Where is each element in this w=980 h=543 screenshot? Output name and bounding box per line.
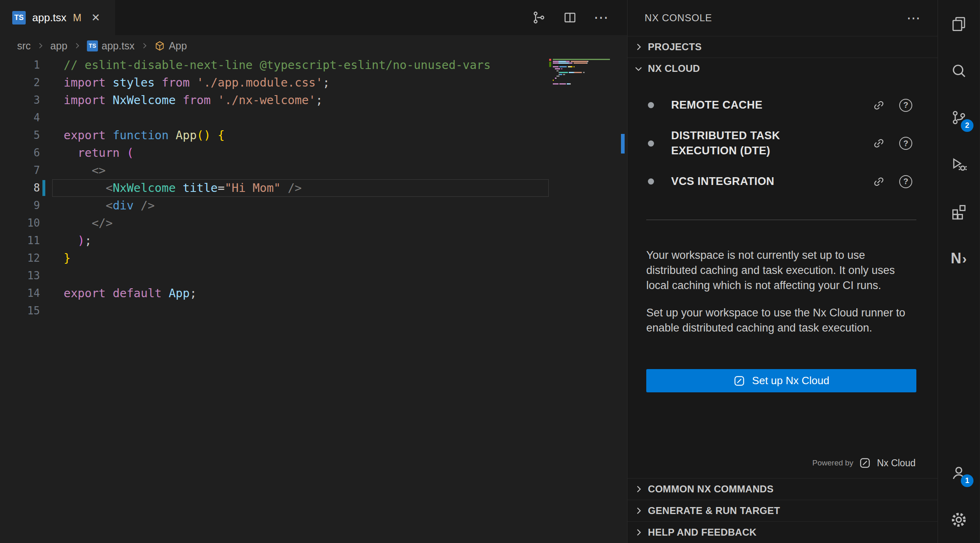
search-icon[interactable] — [938, 47, 980, 94]
help-icon[interactable]: ? — [899, 175, 912, 188]
line-number: 14 — [0, 285, 40, 302]
code-line[interactable]: 12} — [0, 249, 627, 267]
extensions-icon[interactable] — [938, 188, 980, 235]
code-line[interactable]: 5export function App() { — [0, 127, 627, 144]
minimap[interactable] — [553, 59, 615, 87]
code-line[interactable]: 14export default App; — [0, 285, 627, 302]
panel-more-icon[interactable]: ⋯ — [907, 11, 920, 25]
status-dot-icon — [648, 140, 654, 147]
code-line[interactable]: 1// eslint-disable-next-line @typescript… — [0, 56, 627, 74]
tab-app-tsx[interactable]: TS app.tsx M ✕ — [0, 0, 115, 35]
powered-by-brand: Nx Cloud — [877, 458, 916, 469]
line-number: 9 — [0, 197, 40, 214]
setup-nx-cloud-button[interactable]: Set up Nx Cloud — [646, 369, 916, 392]
cloud-item-actions: ? — [872, 137, 912, 150]
code-line[interactable]: 2import styles from './app.module.css'; — [0, 74, 627, 91]
account-icon[interactable]: 1 — [938, 449, 980, 496]
line-number: 7 — [0, 162, 40, 179]
connect-icon[interactable] — [872, 175, 885, 188]
chevron-right-icon — [633, 42, 644, 52]
code-line[interactable]: 9 <div /> — [0, 197, 627, 214]
nx-console-panel: NX CONSOLE ⋯ PROJECTS NX CLOUD REMOTE CA… — [627, 0, 938, 543]
cloud-description-2: Set up your workspace to use the Nx Clou… — [646, 305, 916, 336]
status-dot-icon — [648, 178, 654, 185]
code-text — [40, 267, 64, 285]
code-line[interactable]: 4 — [0, 109, 627, 127]
line-number: 6 — [0, 144, 40, 162]
code-line[interactable]: 8 <NxWelcome title="Hi Mom" /> — [0, 179, 627, 197]
nx-cloud-logo-icon — [733, 375, 745, 387]
typescript-file-icon: TS — [12, 11, 26, 24]
close-icon[interactable]: ✕ — [91, 11, 100, 24]
powered-by-row: Powered by Nx Cloud — [627, 457, 938, 478]
chevron-right-icon — [633, 484, 644, 494]
code-line[interactable]: 10 </> — [0, 214, 627, 232]
line-number: 4 — [0, 109, 40, 127]
code-text: import NxWelcome from './nx-welcome'; — [40, 91, 323, 109]
explorer-icon[interactable] — [938, 0, 980, 47]
code-line[interactable]: 6 return ( — [0, 144, 627, 162]
activity-bar: 2 N › — [938, 0, 980, 543]
connect-icon[interactable] — [872, 99, 885, 112]
section-label: GENERATE & RUN TARGET — [648, 505, 780, 516]
code-text: ); — [40, 232, 92, 249]
line-number: 5 — [0, 127, 40, 144]
code-lines: 1// eslint-disable-next-line @typescript… — [0, 56, 627, 320]
code-line[interactable]: 11 ); — [0, 232, 627, 249]
nx-letter: N — [951, 250, 961, 267]
more-actions-icon[interactable]: ⋯ — [594, 10, 608, 25]
help-icon[interactable]: ? — [899, 137, 912, 150]
code-line[interactable]: 7 <> — [0, 162, 627, 179]
breadcrumb: src app TS app.tsx — [0, 35, 627, 56]
settings-gear-icon[interactable] — [938, 496, 980, 543]
minimap-content — [553, 59, 615, 86]
breadcrumb-item-src[interactable]: src — [17, 40, 31, 52]
breadcrumb-label: app — [50, 40, 67, 52]
connect-icon[interactable] — [872, 137, 885, 150]
line-number: 1 — [0, 56, 40, 74]
help-icon[interactable]: ? — [899, 99, 912, 112]
git-graph-icon[interactable] — [532, 10, 546, 25]
code-text: } — [40, 249, 71, 267]
nx-console-icon[interactable]: N › — [938, 235, 980, 282]
section-generate-run-target[interactable]: GENERATE & RUN TARGET — [627, 500, 938, 521]
minimap-deleted-mark — [549, 59, 551, 61]
code-editor[interactable]: 1// eslint-disable-next-line @typescript… — [0, 56, 627, 543]
typescript-file-icon: TS — [87, 40, 98, 51]
breadcrumb-item-app-tsx[interactable]: TS app.tsx — [87, 40, 135, 52]
breadcrumb-item-app[interactable]: app — [50, 40, 67, 52]
modified-indicator: M — [73, 12, 82, 24]
section-nx-cloud[interactable]: NX CLOUD — [627, 58, 938, 79]
section-projects[interactable]: PROJECTS — [627, 36, 938, 58]
chevron-right-icon — [36, 41, 45, 50]
section-common-nx-commands[interactable]: COMMON NX COMMANDS — [627, 478, 938, 500]
chevron-right-icon — [73, 41, 82, 50]
code-text — [40, 109, 64, 127]
source-control-icon[interactable]: 2 — [938, 94, 980, 141]
symbol-cube-icon — [154, 40, 165, 51]
tab-title: app.tsx — [32, 11, 67, 24]
run-debug-icon[interactable] — [938, 141, 980, 188]
cloud-item-label: DISTRIBUTED TASK EXECUTION (DTE) — [671, 128, 838, 158]
section-label: NX CLOUD — [648, 63, 700, 74]
code-line[interactable]: 15 — [0, 302, 627, 320]
section-label: COMMON NX COMMANDS — [648, 483, 774, 495]
section-label: PROJECTS — [648, 41, 702, 53]
nx-cloud-item-dte: DISTRIBUTED TASK EXECUTION (DTE) ? — [627, 120, 938, 166]
cloud-item-actions: ? — [872, 99, 912, 112]
overview-ruler-modified-marker — [621, 134, 625, 154]
code-line[interactable]: 3import NxWelcome from './nx-welcome'; — [0, 91, 627, 109]
section-help-and-feedback[interactable]: HELP AND FEEDBACK — [627, 521, 938, 543]
status-dot-icon — [648, 102, 654, 108]
code-text — [40, 302, 64, 320]
code-text: </> — [40, 214, 113, 232]
powered-by-label: Powered by — [812, 458, 853, 467]
code-text: <div /> — [40, 197, 155, 214]
breadcrumb-item-symbol-app[interactable]: App — [154, 40, 187, 52]
breadcrumb-label: src — [17, 40, 31, 52]
code-line[interactable]: 13 — [0, 267, 627, 285]
nx-cloud-body: REMOTE CACHE ? DISTRIBUTED TASK EXECUTIO… — [627, 79, 938, 478]
split-editor-icon[interactable] — [563, 10, 577, 25]
line-number: 10 — [0, 214, 40, 232]
line-number: 12 — [0, 249, 40, 267]
